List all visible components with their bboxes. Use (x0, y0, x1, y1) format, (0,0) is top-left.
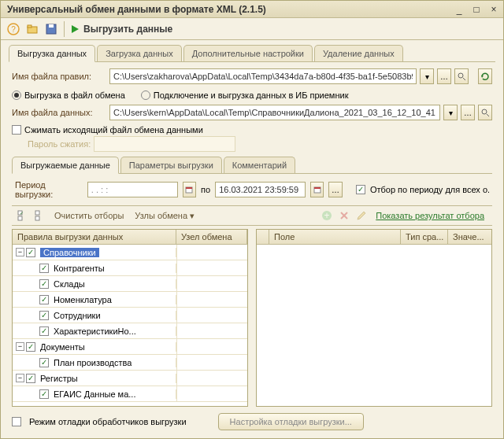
svg-line-8 (463, 78, 465, 80)
svg-text:?: ? (11, 25, 16, 34)
rules-file-open[interactable] (454, 68, 469, 84)
rules-file-dropdown[interactable]: ▾ (420, 68, 434, 84)
rules-file-input[interactable] (109, 68, 417, 84)
col-node[interactable]: Узел обмена (176, 230, 247, 244)
compress-label: Сжимать исходящий файл обмена данными (24, 125, 203, 135)
svg-marker-9 (481, 76, 484, 78)
nodes-link[interactable]: Узлы обмена ▾ (130, 209, 199, 223)
help-icon[interactable]: ? (6, 21, 21, 37)
subtab-data[interactable]: Выгружаемые данные (12, 157, 119, 174)
filter-body[interactable] (257, 245, 491, 406)
search-icon (480, 108, 490, 117)
period-to-calendar[interactable] (310, 182, 324, 197)
period-from-calendar[interactable] (183, 182, 196, 197)
tree-check-icon[interactable]: ✓ (15, 208, 31, 223)
edit-filter-icon[interactable] (354, 208, 369, 223)
period-from-input[interactable]: . . : : (87, 182, 178, 197)
tree-checkbox[interactable] (39, 389, 49, 399)
show-result-link[interactable]: Показать результат отбора (371, 209, 489, 222)
clear-filters-link[interactable]: Очистить отборы (50, 209, 128, 222)
rules-file-label: Имя файла правил: (12, 72, 106, 81)
compress-checkbox[interactable] (12, 125, 21, 135)
subtab-comment[interactable]: Комментарий (224, 157, 295, 173)
add-filter-icon[interactable]: + (319, 208, 335, 223)
col-field[interactable]: Поле (269, 230, 401, 244)
expander-icon[interactable]: − (16, 374, 24, 382)
save-icon[interactable] (43, 21, 59, 37)
rules-file-reload[interactable] (478, 68, 492, 84)
calendar-icon (185, 186, 193, 194)
tree-checkbox[interactable] (26, 342, 35, 352)
col-rules[interactable]: Правила выгрузки данных (13, 230, 176, 244)
subtab-params[interactable]: Параметры выгрузки (120, 157, 222, 173)
tree-item-sotrudniki[interactable]: Сотрудники (50, 311, 101, 320)
remove-filter-icon[interactable] (336, 208, 352, 223)
svg-rect-13 (186, 187, 192, 189)
tree-checkbox[interactable] (39, 264, 49, 273)
expander-icon[interactable]: − (16, 342, 24, 351)
tab-import[interactable]: Загрузка данных (97, 45, 182, 61)
refresh-icon (480, 72, 490, 81)
tree-body[interactable]: −Справочники Контрагенты Склады Номенкла… (13, 245, 247, 406)
tree-item-registry[interactable]: Регистры (37, 374, 78, 383)
tree-checkbox[interactable] (39, 295, 49, 304)
tree-item-sklady[interactable]: Склады (50, 279, 85, 289)
close-button[interactable]: × (487, 4, 500, 15)
tab-delete[interactable]: Удаление данных (314, 45, 403, 61)
tree-checkbox[interactable] (39, 326, 49, 336)
tree-item-dokumenty[interactable]: Документы (37, 342, 85, 352)
tree-item-kontragenty[interactable]: Контрагенты (50, 264, 105, 273)
tree-item-kharakteristiki[interactable]: ХарактеристикиНо... (50, 326, 136, 336)
main-toolbar: ? Выгрузить данные (1, 18, 503, 40)
tree-checkbox[interactable] (26, 248, 35, 257)
maximize-button[interactable]: □ (470, 4, 483, 15)
svg-text:+: + (324, 210, 330, 221)
period-choose[interactable]: … (328, 182, 342, 197)
radio-icon (141, 90, 150, 100)
tree-checkbox[interactable] (39, 311, 49, 320)
data-file-open[interactable] (478, 105, 492, 120)
folder-icon[interactable] (24, 21, 40, 37)
col-type[interactable]: Тип сра... (401, 230, 448, 244)
titlebar: Универсальный обмен данными в формате XM… (1, 1, 503, 18)
period-to-input[interactable]: 16.03.2021 23:59:59 (215, 182, 306, 197)
data-file-input[interactable] (109, 105, 440, 120)
svg-text:✓: ✓ (20, 211, 24, 216)
tree-item-egais[interactable]: ЕГАИС Данные ма... (50, 389, 135, 399)
svg-rect-3 (28, 25, 32, 28)
data-file-dropdown[interactable]: ▾ (443, 105, 458, 120)
minimize-button[interactable]: _ (453, 4, 465, 15)
rules-file-browse[interactable]: … (437, 68, 451, 84)
tree-item-nomenklatura[interactable]: Номенклатура (50, 295, 112, 304)
main-tabs: Выгрузка данных Загрузка данных Дополнит… (9, 45, 495, 62)
play-icon (69, 24, 80, 35)
tree-checkbox[interactable] (39, 279, 49, 289)
expander-icon[interactable]: − (16, 248, 24, 256)
svg-rect-20 (35, 216, 39, 220)
tree-item-spravochniki[interactable]: Справочники (40, 248, 99, 257)
radio-file-export[interactable]: Выгрузка в файл обмена (12, 90, 125, 100)
radio-direct-connect[interactable]: Подключение и выгрузка данных в ИБ прием… (141, 90, 349, 100)
tree-item-plan-proizvodstva[interactable]: План производства (50, 358, 132, 367)
debug-checkbox[interactable] (12, 417, 21, 426)
svg-point-7 (458, 73, 463, 78)
col-flag[interactable] (257, 230, 269, 244)
svg-marker-6 (72, 25, 79, 33)
debug-settings-button[interactable]: Настройка отладки выгрузки... (218, 413, 364, 430)
data-file-browse[interactable]: … (461, 105, 475, 120)
svg-rect-5 (49, 24, 54, 28)
calendar-icon (313, 186, 321, 194)
tab-settings[interactable]: Дополнительные настройки (183, 45, 313, 61)
run-button[interactable]: Выгрузить данные (69, 24, 172, 35)
sub-tabs: Выгружаемые данные Параметры выгрузки Ко… (12, 157, 492, 174)
tab-export[interactable]: Выгрузка данных (9, 45, 95, 62)
compress-pwd-input (94, 136, 235, 152)
tree-checkbox[interactable] (26, 374, 35, 383)
tree-uncheck-icon[interactable] (32, 208, 48, 223)
col-value[interactable]: Значе... (448, 230, 491, 244)
data-file-label: Имя файла данных: (12, 108, 106, 117)
tree-checkbox[interactable] (39, 358, 49, 367)
svg-line-11 (487, 114, 489, 116)
svg-rect-17 (18, 216, 22, 220)
period-filter-checkbox[interactable] (356, 185, 365, 194)
